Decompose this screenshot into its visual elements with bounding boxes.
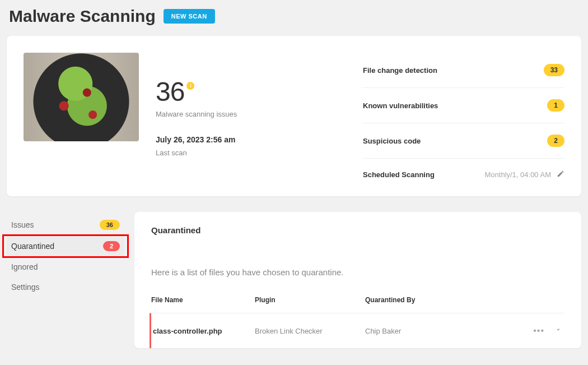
edit-icon[interactable] — [557, 170, 564, 179]
sidebar-item-count: 2 — [103, 241, 120, 251]
sidebar: Issues 36 Quarantined 2 Ignored Settings — [7, 212, 124, 348]
more-options-icon[interactable]: ••• — [533, 326, 544, 335]
col-by-header: Quarantined By — [365, 296, 525, 304]
table-row[interactable]: class-controller.php Broken Link Checker… — [150, 313, 564, 348]
cell-file: class-controller.php — [151, 327, 255, 335]
sidebar-item-label: Settings — [11, 283, 40, 292]
col-file-header: File Name — [151, 296, 255, 304]
sidebar-item-label: Quarantined — [11, 242, 54, 251]
summary-thumbnail — [24, 53, 139, 141]
new-scan-button[interactable]: NEW SCAN — [164, 9, 215, 24]
schedule-label: Scheduled Scanning — [363, 170, 435, 179]
sidebar-item-quarantined[interactable]: Quarantined 2 — [7, 235, 124, 257]
sidebar-item-settings[interactable]: Settings — [7, 277, 124, 297]
cell-by: Chip Baker — [365, 327, 525, 335]
table-header: File Name Plugin Quarantined By — [151, 296, 564, 313]
stat-label: Suspicious code — [363, 137, 421, 145]
info-icon[interactable]: i — [186, 82, 194, 90]
stat-count-pill: 2 — [547, 135, 564, 147]
page-header: Malware Scanning NEW SCAN — [7, 0, 581, 36]
stat-count-pill: 33 — [544, 64, 564, 76]
summary-card: 36 i Malware scanning issues July 26, 20… — [7, 36, 581, 196]
col-plugin-header: Plugin — [255, 296, 365, 304]
stat-known-vuln[interactable]: Known vulnerabilities 1 — [363, 88, 564, 123]
stat-suspicious-code[interactable]: Suspicious code 2 — [363, 123, 564, 159]
issue-count: 36 — [156, 78, 184, 105]
sidebar-item-label: Ignored — [11, 262, 38, 271]
main-panel: Quarantined Here is a list of files you … — [134, 212, 581, 348]
cell-plugin: Broken Link Checker — [255, 327, 365, 335]
last-scan-label: Last scan — [156, 149, 237, 157]
scheduled-scanning-row: Scheduled Scanning Monthly/1, 04:00 AM — [363, 159, 564, 179]
last-scan-time: July 26, 2023 2:56 am — [156, 135, 237, 144]
schedule-value: Monthly/1, 04:00 AM — [484, 170, 551, 179]
stat-label: File change detection — [363, 66, 437, 75]
sidebar-item-count: 36 — [100, 220, 120, 230]
sidebar-item-ignored[interactable]: Ignored — [7, 257, 124, 277]
stat-file-change[interactable]: File change detection 33 — [363, 53, 564, 88]
stat-count-pill: 1 — [547, 99, 564, 112]
summary-stats: File change detection 33 Known vulnerabi… — [363, 53, 564, 179]
sidebar-item-label: Issues — [11, 220, 34, 229]
panel-title: Quarantined — [151, 225, 564, 235]
sidebar-item-issues[interactable]: Issues 36 — [7, 214, 124, 235]
page-title: Malware Scanning — [9, 7, 156, 26]
panel-description: Here is a list of files you have chosen … — [151, 267, 564, 277]
stat-label: Known vulnerabilities — [363, 101, 438, 110]
issue-count-label: Malware scanning issues — [156, 110, 237, 118]
chevron-down-icon[interactable] — [554, 326, 562, 336]
